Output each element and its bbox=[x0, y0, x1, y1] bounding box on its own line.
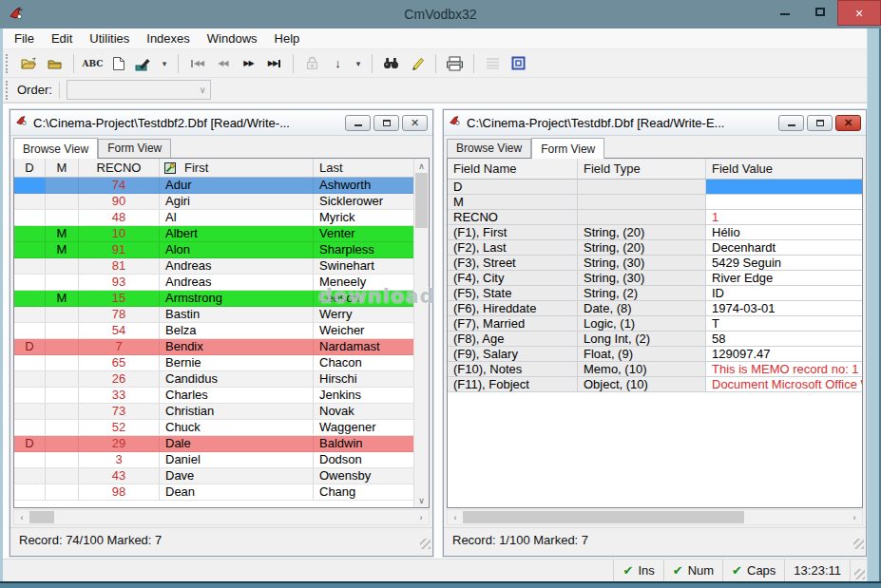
close-button[interactable]: ✕ bbox=[402, 115, 428, 131]
cell[interactable]: Dean bbox=[160, 484, 314, 501]
scroll-left-icon[interactable]: ‹ bbox=[448, 513, 463, 522]
table-row[interactable]: 48AlMyrick bbox=[14, 210, 413, 226]
field-type-cell[interactable] bbox=[578, 195, 706, 210]
cell[interactable] bbox=[46, 468, 79, 484]
menu-item-utilities[interactable]: Utilities bbox=[81, 28, 138, 48]
field-type-cell[interactable] bbox=[578, 180, 706, 195]
cell[interactable] bbox=[46, 371, 79, 388]
cell[interactable] bbox=[46, 404, 79, 420]
field-row[interactable]: RECNO1 bbox=[448, 210, 862, 225]
cell[interactable]: Andreas bbox=[160, 258, 314, 275]
close-button[interactable]: ✕ bbox=[835, 115, 861, 131]
field-type-cell[interactable]: String, (30) bbox=[578, 256, 706, 271]
edit-record-button[interactable] bbox=[132, 52, 156, 75]
field-value-cell[interactable]: Hélio bbox=[706, 225, 862, 240]
cell[interactable]: Adur bbox=[160, 178, 314, 194]
field-type-cell[interactable]: String, (20) bbox=[578, 225, 706, 240]
cell[interactable] bbox=[14, 258, 46, 275]
menu-item-edit[interactable]: Edit bbox=[43, 28, 81, 48]
table-row[interactable]: 98DeanChang bbox=[14, 484, 413, 501]
minimize-button[interactable] bbox=[767, 0, 802, 23]
new-record-button[interactable] bbox=[106, 52, 130, 75]
field-value-cell[interactable]: T bbox=[706, 316, 862, 332]
cell[interactable] bbox=[14, 484, 46, 501]
menu-item-file[interactable]: File bbox=[6, 28, 43, 48]
cell[interactable]: 29 bbox=[79, 436, 160, 452]
resize-grip[interactable] bbox=[854, 569, 865, 579]
field-name-cell[interactable]: D bbox=[448, 180, 578, 195]
cell[interactable]: 10 bbox=[79, 226, 160, 242]
field-value-cell[interactable]: 129097.47 bbox=[706, 347, 862, 362]
table-row[interactable]: D7BendixNardamast bbox=[14, 339, 413, 355]
table-row[interactable]: M15ArmstrongLeeson bbox=[14, 291, 413, 307]
field-value-cell[interactable]: This is MEMO record no: 1 bbox=[706, 362, 862, 377]
orderbar-gripper[interactable] bbox=[6, 81, 10, 100]
field-value-cell[interactable]: River Edge bbox=[706, 271, 862, 286]
tab-browse-view[interactable]: Browse View bbox=[447, 139, 531, 158]
cell[interactable]: Al bbox=[160, 210, 314, 226]
field-value-cell[interactable] bbox=[706, 195, 862, 210]
cell[interactable]: Jenkins bbox=[314, 388, 413, 404]
field-type-cell[interactable]: Long Int, (2) bbox=[578, 332, 706, 347]
field-name-cell[interactable]: (F1), First bbox=[448, 225, 578, 240]
cell[interactable] bbox=[14, 242, 46, 258]
cell[interactable]: Werry bbox=[314, 307, 413, 323]
horizontal-scrollbar[interactable]: ‹ › bbox=[447, 509, 863, 525]
cell[interactable]: Nardamast bbox=[314, 339, 413, 355]
table-row[interactable]: M10AlbertVenter bbox=[14, 226, 413, 242]
cell[interactable]: Dale bbox=[160, 436, 314, 452]
cell[interactable]: Myrick bbox=[314, 210, 413, 226]
cell[interactable]: Charles bbox=[160, 388, 314, 404]
cell[interactable]: Sicklerower bbox=[314, 194, 413, 210]
goto-record-button[interactable]: ↓ bbox=[326, 52, 350, 75]
cell[interactable]: 26 bbox=[79, 371, 160, 388]
scroll-right-icon[interactable]: › bbox=[847, 513, 862, 522]
cell[interactable] bbox=[14, 178, 46, 194]
cell[interactable]: Waggener bbox=[314, 420, 413, 436]
table-row[interactable]: 65BernieChacon bbox=[14, 355, 413, 371]
cell[interactable]: Christian bbox=[160, 404, 314, 420]
cell[interactable]: 81 bbox=[79, 258, 160, 275]
tab-form-view[interactable]: Form View bbox=[98, 139, 171, 158]
prev-record-button[interactable]: ◀◀ bbox=[211, 52, 235, 75]
menu-item-windows[interactable]: Windows bbox=[199, 28, 266, 48]
field-row[interactable]: (F8), AgeLong Int, (2)58 bbox=[448, 332, 862, 347]
field-row[interactable]: (F9), SalaryFloat, (9)129097.47 bbox=[448, 347, 862, 362]
cell[interactable] bbox=[46, 484, 79, 501]
tab-browse-view[interactable]: Browse View bbox=[13, 138, 98, 159]
cell[interactable] bbox=[46, 258, 79, 275]
scroll-thumb[interactable] bbox=[29, 511, 54, 523]
scroll-track[interactable] bbox=[29, 510, 413, 524]
table-row[interactable]: D29DaleBaldwin bbox=[14, 436, 413, 452]
cell[interactable]: Bendix bbox=[160, 339, 314, 355]
cell[interactable] bbox=[14, 371, 46, 388]
cell[interactable]: 91 bbox=[79, 242, 160, 258]
minimize-button[interactable] bbox=[778, 115, 804, 131]
field-name-cell[interactable]: (F10), Notes bbox=[448, 362, 578, 377]
cell[interactable]: Chacon bbox=[314, 355, 413, 371]
field-row[interactable]: D bbox=[448, 180, 862, 195]
cell[interactable]: Leeson bbox=[314, 291, 413, 307]
abc-button[interactable]: ABC bbox=[81, 52, 105, 75]
scroll-up-icon[interactable]: ∧ bbox=[414, 159, 429, 173]
toolbar-gripper[interactable] bbox=[6, 54, 10, 73]
field-name-cell[interactable]: RECNO bbox=[448, 210, 578, 225]
cell[interactable] bbox=[46, 210, 79, 226]
cell[interactable]: 15 bbox=[79, 291, 160, 307]
cell[interactable]: 43 bbox=[79, 468, 160, 484]
field-value-cell[interactable]: Document Microsoft Office W bbox=[706, 377, 862, 392]
cell[interactable] bbox=[14, 452, 46, 468]
edit-dropdown-button[interactable]: ▾ bbox=[158, 52, 171, 75]
field-type-cell[interactable]: Float, (9) bbox=[578, 347, 706, 362]
table-row[interactable]: 52ChuckWaggener bbox=[14, 420, 413, 436]
cell[interactable]: Candidus bbox=[160, 371, 314, 388]
cell[interactable]: Andreas bbox=[160, 275, 314, 291]
column-header-first[interactable]: First bbox=[160, 159, 314, 177]
cell[interactable]: Baldwin bbox=[314, 436, 413, 452]
cell[interactable] bbox=[14, 291, 46, 307]
cell[interactable]: 52 bbox=[79, 420, 160, 436]
horizontal-scrollbar[interactable]: ‹ › bbox=[13, 509, 430, 525]
lock-button[interactable] bbox=[300, 52, 324, 75]
column-header-d[interactable]: D bbox=[14, 159, 46, 177]
first-record-button[interactable]: ◀◀ bbox=[185, 52, 209, 75]
